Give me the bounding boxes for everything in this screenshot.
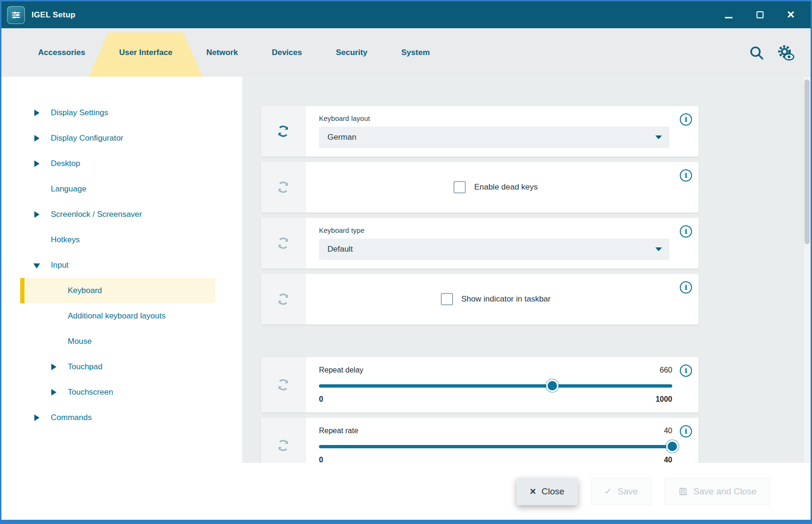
window-title: IGEL Setup: [32, 10, 75, 20]
sidebar-item-touchpad[interactable]: Touchpad: [1, 354, 242, 380]
maximize-icon: [756, 11, 764, 18]
repeat-delay-value: 660: [660, 366, 672, 374]
tab-accessories[interactable]: Accessories: [21, 28, 102, 77]
chevron-right-icon[interactable]: [33, 414, 40, 421]
info-icon[interactable]: i: [680, 281, 692, 294]
setting-keyboard-layout: Keyboard layout German i: [261, 106, 699, 157]
repeat-rate-value: 40: [664, 427, 672, 435]
reset-icon[interactable]: [276, 438, 291, 453]
main-area: Display Settings Display Configurator De…: [1, 77, 811, 463]
reset-zone: [261, 106, 306, 157]
reset-icon[interactable]: [276, 377, 291, 392]
close-button[interactable]: × Close: [517, 478, 577, 505]
search-icon[interactable]: [748, 45, 764, 61]
show-indicator-checkbox[interactable]: [441, 293, 453, 305]
repeat-rate-label: Repeat rate: [319, 427, 358, 435]
vertical-scrollbar[interactable]: [803, 77, 811, 463]
tab-actions: [748, 28, 811, 77]
chevron-right-icon[interactable]: [33, 110, 40, 116]
save-and-close-button: Save and Close: [665, 478, 770, 505]
window-controls: ×: [722, 8, 802, 22]
sidebar-item-additional-keyboard-layouts[interactable]: Additional keyboard layouts: [1, 303, 242, 329]
info-icon[interactable]: i: [680, 365, 692, 377]
keyboard-type-select[interactable]: Default: [319, 238, 669, 260]
sidebar-item-commands[interactable]: Commands: [1, 405, 242, 430]
chevron-right-icon[interactable]: [33, 160, 40, 167]
info-icon[interactable]: i: [680, 225, 692, 238]
info-icon[interactable]: i: [680, 169, 692, 182]
repeat-delay-max: 1000: [655, 395, 672, 404]
repeat-delay-slider[interactable]: [319, 380, 672, 392]
tab-security[interactable]: Security: [319, 28, 384, 77]
tab-user-interface[interactable]: User Interface: [102, 28, 189, 77]
save-button-label: Save: [618, 486, 638, 497]
setting-enable-dead-keys: Enable dead keys i: [261, 162, 699, 213]
slider-track[interactable]: [319, 445, 672, 448]
sidebar-item-input[interactable]: Input: [1, 253, 242, 278]
chevron-right-icon[interactable]: [50, 389, 57, 396]
minimize-icon: [725, 17, 732, 18]
sidebar-item-hotkeys[interactable]: Hotkeys: [1, 227, 242, 253]
chevron-right-icon[interactable]: [33, 135, 40, 142]
repeat-rate-min: 0: [319, 456, 323, 463]
save-button: ✓ Save: [591, 478, 652, 505]
info-icon[interactable]: i: [680, 425, 692, 437]
sidebar-item-keyboard[interactable]: Keyboard: [20, 278, 215, 303]
selected-value: Default: [327, 245, 353, 254]
reset-zone: [261, 162, 306, 213]
check-icon: ✓: [605, 486, 612, 497]
setting-keyboard-type: Keyboard type Default i: [261, 218, 699, 269]
chevron-down-icon: [655, 135, 662, 139]
info-icon[interactable]: i: [680, 113, 692, 126]
setting-show-indicator: Show indicator in taskbar i: [261, 274, 699, 325]
repeat-delay-label: Repeat delay: [319, 366, 363, 374]
show-indicator-label: Show indicator in taskbar: [462, 294, 551, 304]
maximize-button[interactable]: [753, 8, 766, 22]
title-bar: IGEL Setup ×: [1, 1, 811, 28]
sidebar-item-display-configurator[interactable]: Display Configurator: [1, 126, 242, 151]
keyboard-layout-select[interactable]: German: [319, 127, 669, 148]
footer-bar: × Close ✓ Save Save and Close: [1, 463, 811, 520]
close-window-button[interactable]: ×: [784, 8, 797, 22]
slider-thumb[interactable]: [546, 380, 558, 392]
tab-system[interactable]: System: [384, 28, 446, 77]
settings-panel: Keyboard layout German i: [242, 77, 811, 463]
reset-icon[interactable]: [276, 236, 291, 251]
chevron-right-icon[interactable]: [33, 211, 40, 218]
reset-icon[interactable]: [276, 180, 291, 195]
section-gap: [261, 330, 796, 357]
save-icon: [678, 487, 688, 496]
keyboard-type-label: Keyboard type: [319, 226, 672, 234]
sidebar-item-display-settings[interactable]: Display Settings: [1, 100, 242, 126]
sidebar-item-touchscreen[interactable]: Touchscreen: [1, 380, 242, 405]
sidebar-item-desktop[interactable]: Desktop: [1, 151, 242, 176]
repeat-rate-slider[interactable]: [319, 440, 672, 453]
enable-dead-keys-checkbox[interactable]: [454, 181, 466, 193]
chevron-down-icon: [655, 247, 662, 251]
reset-icon[interactable]: [276, 124, 291, 139]
slider-track[interactable]: [319, 384, 672, 388]
selected-value: German: [327, 133, 356, 142]
igel-setup-window: IGEL Setup × Accessories User Interface …: [0, 0, 812, 524]
tab-network[interactable]: Network: [190, 28, 255, 77]
close-icon: ×: [530, 486, 536, 497]
tab-devices[interactable]: Devices: [255, 28, 319, 77]
minimize-button[interactable]: [722, 8, 735, 22]
enable-dead-keys-label: Enable dead keys: [474, 183, 538, 192]
tab-bar: Accessories User Interface Network Devic…: [1, 28, 811, 77]
setting-repeat-rate: Repeat rate 40 0 40 i: [261, 418, 699, 463]
repeat-rate-max: 40: [664, 456, 672, 463]
scrollbar-thumb[interactable]: [804, 79, 810, 244]
sidebar-item-screenlock-screensaver[interactable]: Screenlock / Screensaver: [1, 202, 242, 227]
close-button-label: Close: [541, 486, 565, 497]
app-logo-icon: [7, 6, 25, 24]
repeat-delay-min: 0: [319, 395, 323, 404]
sidebar-item-mouse[interactable]: Mouse: [1, 329, 242, 354]
sidebar-item-language[interactable]: Language: [1, 176, 242, 202]
chevron-right-icon[interactable]: [50, 364, 57, 370]
reset-icon[interactable]: [276, 292, 291, 307]
settings-visibility-icon[interactable]: [777, 44, 795, 62]
chevron-down-icon[interactable]: [33, 262, 40, 269]
slider-thumb[interactable]: [666, 440, 678, 453]
reset-zone: [261, 357, 306, 413]
